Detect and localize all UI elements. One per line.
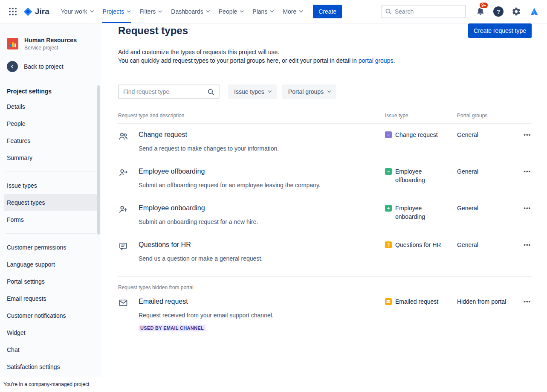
app-switcher-button[interactable] [6,5,20,18]
primary-nav: Your work Projects Filters Dashboards Pe… [56,0,307,23]
project-header: Human Resources Service project [4,35,97,52]
request-type-name[interactable]: Employee offboarding [139,167,385,176]
portal-groups-filter[interactable]: Portal groups [282,84,336,99]
nav-label: More [283,8,296,15]
request-type-name[interactable]: Emailed request [139,297,385,306]
back-arrow-icon [7,61,18,72]
nav-item-filters[interactable]: Filters [135,0,166,23]
jira-logo-icon [23,7,33,17]
table-row: Employee onboarding Submit an onboarding… [118,197,532,234]
settings-button[interactable] [509,5,523,18]
sidebar-item-email-requests[interactable]: Email requests [4,290,97,307]
sidebar-item-satisfaction-settings[interactable]: Satisfaction settings [4,358,97,375]
search-icon [207,88,214,96]
sidebar-item-features[interactable]: Features [4,132,97,149]
employee-offboarding-issue-icon: – [385,168,392,175]
divider [5,171,96,172]
issue-type-cell: ✉ Emailed request [385,297,457,306]
request-types-table: Request type and description Issue type … [118,113,532,339]
issue-type-label: Employee offboarding [395,167,447,184]
notifications-button[interactable]: 9+ [474,5,487,18]
main-content: Projects / Human Resources / Project set… [101,0,547,339]
issue-type-label: Questions for HR [395,241,441,249]
table-row: Employee offboarding Submit an offboardi… [118,160,532,197]
issue-type-label: Emailed request [395,297,438,306]
nav-item-people[interactable]: People [214,0,248,23]
nav-label: Filters [139,8,156,15]
issue-type-cell: + Employee onboarding [385,204,457,221]
nav-item-plans[interactable]: Plans [248,0,278,23]
request-type-name[interactable]: Change request [139,131,385,139]
description-line-2: You can quickly add request types to you… [118,56,532,65]
chevron-down-icon [206,9,210,12]
used-by-email-channel-badge: USED BY EMAIL CHANNEL [139,325,205,331]
questions-for-hr-issue-icon: ? [385,241,392,248]
nav-item-dashboards[interactable]: Dashboards [166,0,214,23]
description-text: You can quickly add request types to you… [118,57,357,64]
sidebar-item-people[interactable]: People [4,115,97,132]
search-icon [385,8,392,15]
divider [5,80,96,80]
sidebar-item-portal-settings[interactable]: Portal settings [4,273,97,290]
create-request-type-button[interactable]: Create request type [468,23,532,38]
row-actions-button[interactable]: ••• [523,167,532,176]
row-actions-button[interactable]: ••• [523,241,532,249]
app-grid-icon [9,8,17,15]
top-navigation: Jira Your work Projects Filters Dashboar… [0,0,547,23]
table-header: Request type and description Issue type … [118,113,532,124]
request-type-description: Send a request to make changes to your i… [139,144,385,153]
portal-group-label: Hidden from portal [457,297,516,306]
request-type-name[interactable]: Employee onboarding [139,204,385,212]
sidebar-item-request-types[interactable]: Request types [4,194,97,211]
back-to-project[interactable]: Back to project [4,58,97,75]
nav-item-your-work[interactable]: Your work [56,0,98,23]
description-period: . [393,57,395,64]
sidebar-item-language-support[interactable]: Language support [4,256,97,273]
page-description: Add and customize the types of requests … [118,48,532,65]
sidebar-item-summary[interactable]: Summary [4,149,97,166]
nav-label: Dashboards [171,8,203,15]
global-search-input[interactable] [395,8,462,15]
divider [5,233,96,234]
sidebar-item-forms[interactable]: Forms [4,211,97,228]
sidebar-item-widget[interactable]: Widget [4,324,97,341]
portal-group-label: General [457,131,516,139]
find-request-type-field[interactable] [118,84,220,99]
portal-groups-filter-label: Portal groups [288,88,324,95]
nav-item-more[interactable]: More [278,0,307,23]
comment-icon [118,241,139,251]
sidebar-item-customer-permissions[interactable]: Customer permissions [4,239,97,256]
column-issue-type: Issue type [385,113,457,119]
global-search[interactable] [381,5,466,18]
sidebar-footer: You're in a company-managed project [0,377,101,392]
project-name: Human Resources [24,37,77,44]
sidebar-item-details[interactable]: Details [4,98,97,115]
issue-types-filter[interactable]: Issue types [228,84,277,99]
row-actions-button[interactable]: ••• [523,204,532,212]
request-type-name[interactable]: Questions for HR [139,241,385,249]
sidebar-item-chat[interactable]: Chat [4,341,97,358]
notification-badge: 9+ [479,2,489,9]
issue-type-label: Change request [395,131,438,139]
table-row: Emailed request Request received from yo… [118,290,532,339]
atlassian-home-button[interactable] [527,5,541,18]
global-create-button[interactable]: Create [313,5,342,18]
jira-logo[interactable]: Jira [23,7,49,17]
help-button[interactable]: ? [492,5,505,18]
issue-type-cell: ? Questions for HR [385,241,457,249]
find-request-type-input[interactable] [123,88,202,95]
person-remove-icon [118,167,139,178]
sidebar-item-issue-types[interactable]: Issue types [4,177,97,194]
portal-groups-link[interactable]: portal groups [359,57,394,64]
row-actions-button[interactable]: ••• [523,131,532,139]
row-actions-button[interactable]: ••• [523,297,532,306]
emailed-request-issue-icon: ✉ [385,298,392,305]
column-request-type: Request type and description [118,113,385,119]
description-line-1: Add and customize the types of requests … [118,48,532,56]
sidebar-item-customer-notifications[interactable]: Customer notifications [4,307,97,324]
request-type-description: Send us a question or make a general req… [139,254,385,263]
portal-group-label: General [457,241,516,249]
nav-item-projects[interactable]: Projects [98,0,135,23]
sidebar-scrollbar[interactable] [97,85,100,235]
issue-types-filter-label: Issue types [234,88,264,95]
